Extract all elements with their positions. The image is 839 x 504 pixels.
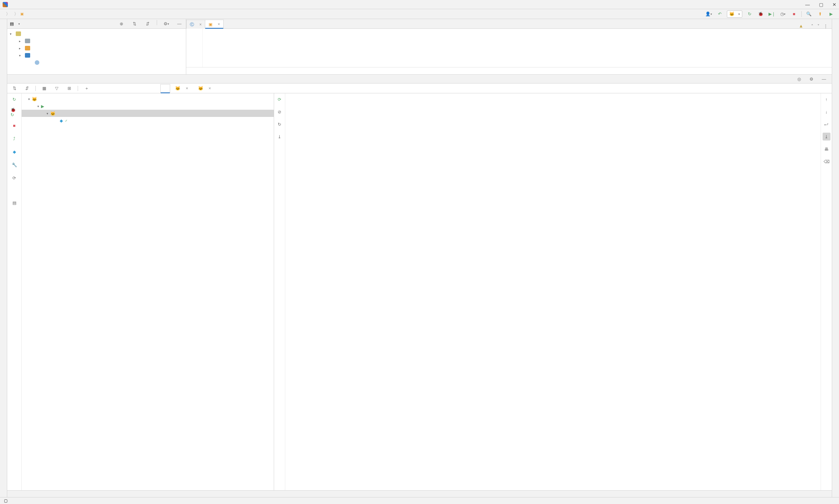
- localhost-log-tab[interactable]: 🐱×: [170, 84, 193, 93]
- stop-button[interactable]: ■: [790, 10, 798, 18]
- rerun-console-icon[interactable]: ⟳: [276, 95, 284, 103]
- close-tab-icon[interactable]: ×: [199, 22, 202, 27]
- app-logo-icon: [3, 2, 8, 7]
- left-tool-rail: [0, 19, 7, 497]
- maximize-icon[interactable]: ▢: [819, 2, 823, 7]
- editor-tabs: Ⓒ× ▣× ▲ ˄ ˅ ⋮: [186, 19, 832, 29]
- collapse-icon[interactable]: ⇵: [23, 85, 31, 92]
- catalina-log-tab[interactable]: 🐱×: [193, 84, 216, 93]
- editor-tab-index-jsp[interactable]: ▣×: [205, 20, 224, 29]
- console-output[interactable]: [285, 93, 821, 490]
- editor-area: Ⓒ× ▣× ▲ ˄ ˅ ⋮: [186, 19, 832, 74]
- close-tab-icon[interactable]: ×: [218, 22, 220, 26]
- project-tool-window: ▤ ▾ ⊕ ⇅ ⇵ ⚙▾ — ▾ ▸ ▸ ▾: [7, 19, 186, 74]
- run-anything-icon[interactable]: ▶: [827, 10, 835, 18]
- bookmarks-tool-tab[interactable]: [3, 490, 4, 497]
- structure-tool-tab[interactable]: [3, 25, 4, 32]
- project-tool-tab[interactable]: [3, 19, 4, 25]
- stop-server-icon[interactable]: ■: [11, 122, 18, 129]
- ide-update-icon[interactable]: ⬆: [816, 10, 824, 18]
- close-tab-icon[interactable]: ×: [186, 86, 188, 91]
- database-tool-tab[interactable]: [835, 19, 836, 25]
- hide-panel-icon[interactable]: —: [175, 20, 183, 28]
- expand-all-icon[interactable]: ⇅: [131, 20, 138, 28]
- profile-button[interactable]: ◷▾: [779, 10, 787, 18]
- status-bar: ▢: [0, 497, 839, 504]
- wrench-icon[interactable]: 🔧: [11, 161, 18, 169]
- editor-breadcrumb[interactable]: [186, 67, 832, 74]
- close-icon[interactable]: ✕: [833, 2, 836, 7]
- hide-services-icon[interactable]: —: [820, 75, 828, 83]
- next-highlight-icon[interactable]: ˅: [817, 23, 820, 29]
- collapse-all-icon[interactable]: ⇵: [143, 20, 152, 28]
- debug-button[interactable]: 🐞: [757, 10, 765, 18]
- redeploy-icon[interactable]: 🐞↻: [11, 108, 18, 116]
- stop-console-icon[interactable]: ⊘: [276, 108, 284, 115]
- services-action-bar: ↻ 🐞↻ ■ ⤴ ◆ 🔧 ⟳ ▤: [7, 93, 22, 490]
- project-tree[interactable]: ▾ ▸ ▸ ▾: [7, 29, 186, 74]
- run-button[interactable]: ↻: [746, 10, 753, 18]
- scroll-to-end-icon[interactable]: ⤓: [276, 133, 284, 141]
- bottom-tool-strip: [7, 490, 832, 497]
- prev-highlight-icon[interactable]: ˄: [811, 23, 814, 29]
- down-arrow-icon[interactable]: ↓: [823, 108, 831, 115]
- artifacts-icon[interactable]: ◆: [11, 148, 18, 156]
- menu-bar: — ▢ ✕: [0, 0, 839, 9]
- filter-icon[interactable]: ▽: [53, 85, 61, 92]
- expand-icon[interactable]: ⇅: [11, 85, 18, 92]
- run-configuration-selector[interactable]: 🐱▾: [727, 11, 742, 18]
- minimize-icon[interactable]: —: [805, 2, 810, 7]
- right-tool-rail: [832, 19, 839, 497]
- editor-more-icon[interactable]: ⋮: [824, 23, 828, 29]
- up-arrow-icon[interactable]: ↑: [823, 95, 831, 103]
- services-tool-window: ◎ ⚙ — ⇅ ⇵ ▦ ▽ ⊞ ＋ 🐱× 🐱× ↻ 🐞↻: [7, 75, 832, 490]
- server-output-tab[interactable]: [160, 84, 170, 93]
- status-icon[interactable]: ▢: [4, 499, 7, 503]
- navigation-bar: 〉 〉 ▣ 👤▾ ↶ 🐱▾ ↻ 🐞 ▶❘ ◷▾ ■ 🔍 ⬆ ▶: [0, 9, 839, 19]
- services-toolbar: ⇅ ⇵ ▦ ▽ ⊞ ＋ 🐱× 🐱×: [7, 84, 832, 93]
- editor-code[interactable]: [203, 29, 210, 67]
- print-icon[interactable]: 🖶: [823, 145, 831, 153]
- clear-icon[interactable]: ⌫: [823, 158, 831, 165]
- close-tab-icon[interactable]: ×: [208, 86, 211, 91]
- output-tabs: 🐱× 🐱×: [160, 84, 216, 93]
- editor-gutter[interactable]: [186, 29, 203, 67]
- refresh-icon[interactable]: ⟳: [11, 174, 18, 182]
- console-left-controls: ⟳ ⊘ ↻ ⤓: [274, 93, 285, 490]
- target-icon[interactable]: ◎: [795, 75, 803, 83]
- update-app-icon[interactable]: ⤴: [11, 134, 18, 142]
- toggle-soft-wrap-icon[interactable]: ↻: [276, 120, 284, 128]
- coverage-button[interactable]: ▶❘: [768, 10, 776, 18]
- select-opened-file-icon[interactable]: ⊕: [117, 20, 125, 28]
- add-service-icon[interactable]: ＋: [83, 85, 90, 92]
- soft-wrap-icon[interactable]: ⮐: [823, 120, 831, 128]
- settings-gear-icon[interactable]: ⚙▾: [162, 20, 170, 28]
- layout-icon[interactable]: ▤: [11, 199, 18, 206]
- tomcat-instance-row: ▾🐱: [22, 110, 274, 117]
- add-user-icon[interactable]: 👤▾: [705, 10, 713, 18]
- breadcrumb[interactable]: 〉 〉 ▣: [4, 11, 25, 17]
- editor-tab-main-java[interactable]: Ⓒ×: [186, 20, 205, 29]
- group-icon[interactable]: ▦: [40, 85, 48, 92]
- services-tree[interactable]: ▾🐱 ▾▶ ▾🐱 ◆✓: [22, 93, 274, 490]
- view-mode-icon[interactable]: ⊞: [65, 85, 73, 92]
- notifications-tool-tab[interactable]: [835, 490, 836, 497]
- console-right-controls: ↑ ↓ ⮐ ⤓ 🖶 ⌫: [821, 93, 832, 490]
- warning-count-icon[interactable]: ▲: [799, 23, 803, 29]
- services-settings-icon[interactable]: ⚙: [807, 75, 816, 83]
- scroll-end-icon[interactable]: ⤓: [823, 133, 831, 141]
- back-arrow-icon[interactable]: ↶: [716, 10, 724, 18]
- search-everywhere-icon[interactable]: 🔍: [805, 10, 813, 18]
- rerun-icon[interactable]: ↻: [11, 95, 18, 103]
